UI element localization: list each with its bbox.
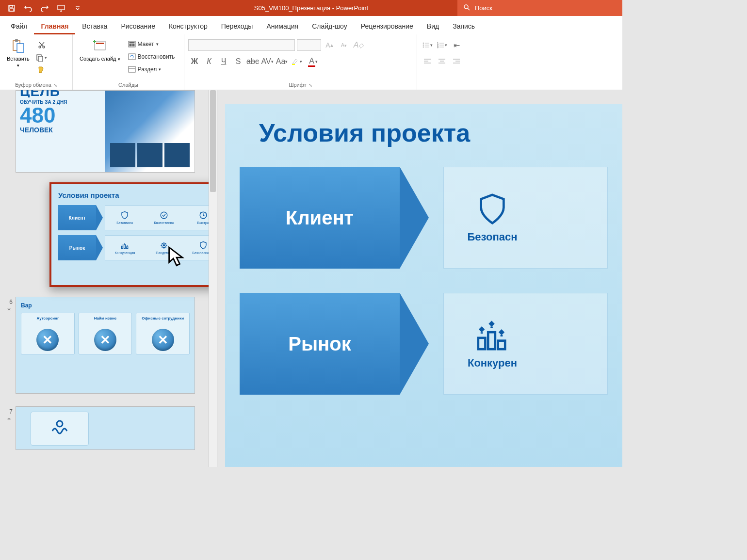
thumb1-title: ЦЕЛЬ xyxy=(20,90,101,97)
tab-record[interactable]: Запись xyxy=(446,18,482,34)
tab-view[interactable]: Вид xyxy=(420,18,446,34)
font-size-combo[interactable] xyxy=(297,39,321,51)
font-dialog-launcher[interactable]: ⤡ xyxy=(309,82,312,88)
numbering-button[interactable]: 123▾ xyxy=(436,39,448,51)
hl-row1-boxes: Безопасно Качественно Быстро xyxy=(105,205,209,230)
new-slide-label: Создать слайд xyxy=(80,56,116,62)
tab-slideshow[interactable]: Слайд-шоу xyxy=(305,18,354,34)
slide-thumbnail-selected[interactable]: Условия проекта Клиент Безопасно Качеств… xyxy=(49,182,209,287)
align-center-button[interactable] xyxy=(436,56,448,67)
section-label: Раздел xyxy=(138,66,157,73)
clear-formatting-button[interactable]: A◇ xyxy=(352,39,365,51)
group-clipboard: Вставить▾ ▾ Буфер обмена ⤡ xyxy=(0,34,73,90)
bold-button[interactable]: Ж xyxy=(188,56,201,67)
main-area: ЦЕЛЬ ОБУЧИТЬ ЗА 2 ДНЯ 480 ЧЕЛОВЕК Услови… xyxy=(0,90,622,467)
svg-point-26 xyxy=(423,47,424,48)
animation-star-icon: ✶ xyxy=(7,416,11,422)
slide-number-7: 7 xyxy=(4,408,13,415)
format-painter-button[interactable] xyxy=(35,64,48,76)
slideshow-start-icon[interactable] xyxy=(54,1,68,15)
animation-star-icon: ✶ xyxy=(7,306,11,313)
section-button[interactable]: Раздел ▾ xyxy=(126,64,177,75)
highlight-button[interactable]: ▾ xyxy=(290,56,303,67)
slide-editor[interactable]: Условия проекта Клиент Безопасн Рынок xyxy=(217,90,622,467)
new-slide-button[interactable]: Создать слайд ▾ xyxy=(77,36,123,64)
svg-rect-2 xyxy=(10,9,14,11)
tab-file[interactable]: Файл xyxy=(4,18,34,34)
svg-rect-45 xyxy=(122,246,123,249)
qat-more-icon[interactable] xyxy=(71,1,84,15)
reset-label: Восстановить xyxy=(138,53,175,60)
italic-button[interactable]: К xyxy=(203,56,215,67)
paste-button[interactable]: Вставить▾ xyxy=(4,36,32,70)
char-spacing-button[interactable]: AV▾ xyxy=(261,56,274,67)
svg-rect-18 xyxy=(129,54,135,60)
svg-rect-3 xyxy=(58,5,65,10)
tab-insert[interactable]: Вставка xyxy=(75,18,114,34)
paste-icon xyxy=(10,38,26,54)
vertical-scrollbar[interactable] xyxy=(209,90,217,467)
tab-review[interactable]: Рецензирование xyxy=(354,18,420,34)
x-circle-icon: ✕ xyxy=(152,329,174,351)
podium-icon xyxy=(475,318,509,352)
indent-button[interactable]: ⇤ xyxy=(450,39,463,51)
canvas-arrow-market: Рынок xyxy=(240,293,400,395)
tab-animations[interactable]: Анимация xyxy=(260,18,305,34)
hl-arrow-market: Рынок xyxy=(58,235,96,260)
align-right-button[interactable] xyxy=(450,56,463,67)
svg-rect-53 xyxy=(498,341,505,350)
canvas-title: Условия проекта xyxy=(259,118,608,147)
search-input[interactable] xyxy=(475,4,622,12)
tab-transitions[interactable]: Переходы xyxy=(214,18,260,34)
reset-button[interactable]: Восстановить xyxy=(126,51,177,63)
layout-button[interactable]: Макет ▾ xyxy=(126,38,177,50)
undo-icon[interactable] xyxy=(21,1,35,15)
svg-rect-13 xyxy=(96,43,104,44)
decrease-font-button[interactable]: A▾ xyxy=(338,39,350,51)
redo-icon[interactable] xyxy=(38,1,51,15)
layout-label: Макет xyxy=(138,41,154,48)
svg-rect-12 xyxy=(95,41,105,50)
svg-rect-6 xyxy=(15,39,18,42)
slide-number-6: 6 xyxy=(4,299,13,305)
font-color-button[interactable]: A▾ xyxy=(305,56,321,67)
tab-home[interactable]: Главная xyxy=(34,18,75,34)
copy-button[interactable]: ▾ xyxy=(35,52,48,64)
align-left-button[interactable] xyxy=(421,56,434,67)
save-icon[interactable] xyxy=(5,1,18,15)
tab-draw[interactable]: Рисование xyxy=(114,18,162,34)
slide-thumbnail[interactable]: ЦЕЛЬ ОБУЧИТЬ ЗА 2 ДНЯ 480 ЧЕЛОВЕК xyxy=(16,90,195,173)
scrollbar-thumb[interactable] xyxy=(210,90,216,192)
cut-button[interactable] xyxy=(35,39,48,51)
slide-thumbnail[interactable]: Вар Аутсорсинг✕ Найм извне✕ Офисные сотр… xyxy=(16,297,195,394)
ribbon: Вставить▾ ▾ Буфер обмена ⤡ xyxy=(0,34,622,90)
hl-title: Условия проекта xyxy=(58,191,209,199)
bullets-button[interactable]: ▾ xyxy=(421,39,434,51)
canvas-box-client: Безопасн xyxy=(443,167,608,269)
tab-design[interactable]: Конструктор xyxy=(162,18,214,34)
svg-rect-17 xyxy=(132,44,134,46)
thumb6-title: Вар xyxy=(21,302,190,309)
change-case-button[interactable]: Aa▾ xyxy=(276,56,288,67)
strikethrough-button[interactable]: abc xyxy=(246,56,259,67)
svg-rect-21 xyxy=(292,64,295,65)
text-shadow-button[interactable]: S xyxy=(232,56,244,67)
svg-point-22 xyxy=(423,43,424,44)
x-circle-icon: ✕ xyxy=(94,329,116,351)
shield-icon xyxy=(475,192,509,226)
thumb1-people: ЧЕЛОВЕК xyxy=(20,126,101,134)
new-slide-icon xyxy=(92,38,108,54)
clipboard-dialog-launcher[interactable]: ⤡ xyxy=(53,82,57,88)
thumb1-photo-placeholder xyxy=(105,91,195,172)
slide-canvas[interactable]: Условия проекта Клиент Безопасн Рынок xyxy=(225,104,622,467)
search-box[interactable] xyxy=(457,0,622,16)
hl-row2-boxes: Конкуренция Пандемия Безопасность xyxy=(105,235,209,260)
canvas-box-market: Конкурен xyxy=(443,293,608,395)
svg-rect-11 xyxy=(38,56,43,62)
slide-thumbnail[interactable] xyxy=(16,406,195,450)
increase-font-button[interactable]: A▴ xyxy=(323,39,336,51)
font-name-combo[interactable] xyxy=(188,39,295,51)
svg-rect-47 xyxy=(127,247,128,249)
thumbnail-pane[interactable]: ЦЕЛЬ ОБУЧИТЬ ЗА 2 ДНЯ 480 ЧЕЛОВЕК Услови… xyxy=(0,90,209,467)
underline-button[interactable]: Ч xyxy=(217,56,230,67)
